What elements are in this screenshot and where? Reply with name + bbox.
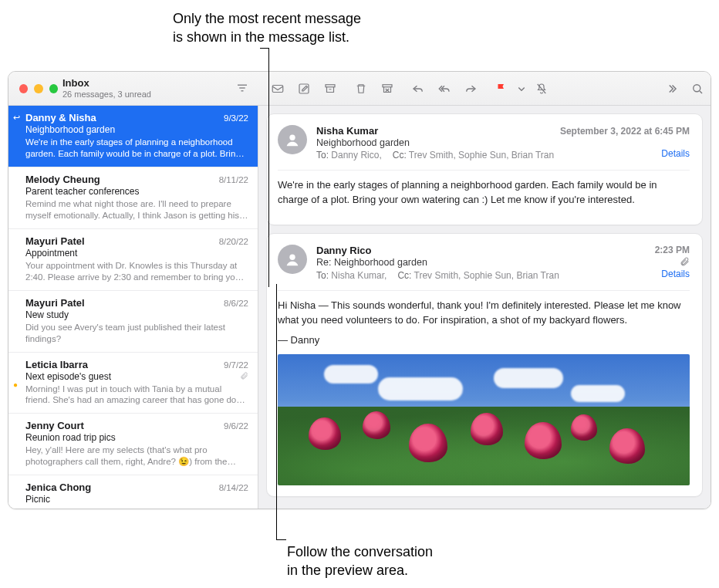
timestamp: 2:23 PM <box>655 245 690 255</box>
subject: Neighborhood garden <box>316 137 690 148</box>
from: Mayuri Patel <box>25 297 224 309</box>
date: 8/6/22 <box>224 299 248 308</box>
timestamp: September 3, 2022 at 6:45 PM <box>560 126 690 137</box>
subject: Re: Neighborhood garden <box>316 257 680 268</box>
reply-all-button[interactable] <box>431 78 457 100</box>
preview-text: We're in the early stages of planning a … <box>25 137 248 160</box>
list-item[interactable]: Mayuri Patel8/20/22AppointmentYour appoi… <box>8 229 258 291</box>
window-controls <box>8 84 58 93</box>
date: 9/6/22 <box>224 421 248 431</box>
subject: Appointment <box>25 248 248 259</box>
attachment-icon <box>680 256 690 269</box>
avatar <box>278 125 307 154</box>
subject: Next episode's guest <box>25 371 248 382</box>
search-button[interactable] <box>684 78 711 100</box>
flag-icon: ● <box>13 380 18 389</box>
preview-text: Did you see Avery's team just published … <box>25 322 248 345</box>
close-window-button[interactable] <box>19 84 28 93</box>
date: 9/7/22 <box>224 360 248 370</box>
archive-button[interactable] <box>317 78 343 100</box>
callout-top: Only the most recent message is shown in… <box>173 9 361 47</box>
minimize-window-button[interactable] <box>34 84 42 93</box>
preview-text: Remind me what night those are. I'll nee… <box>25 198 248 221</box>
filter-button[interactable] <box>232 78 252 98</box>
svg-rect-3 <box>272 85 283 92</box>
toolbar <box>258 78 711 100</box>
from: Leticia Ibarra <box>25 359 224 370</box>
list-item[interactable]: Melody Cheung8/11/22Parent teacher confe… <box>8 167 258 229</box>
titlebar: Inbox 26 messages, 3 unread <box>8 72 711 106</box>
message-card[interactable]: Danny Rico 2:23 PM Re: Neighborhood gard… <box>266 233 703 498</box>
reply-indicator-icon: ↩ <box>13 113 20 123</box>
date: 8/11/22 <box>219 175 248 184</box>
message-body: Hi Nisha — This sounds wonderful, thank … <box>278 290 690 486</box>
list-item[interactable]: Jenny Court9/6/22Reunion road trip picsH… <box>8 414 258 475</box>
from: Jenny Court <box>25 420 224 431</box>
preview-pane: Nisha Kumar September 3, 2022 at 6:45 PM… <box>258 106 711 509</box>
sender-name: Danny Rico <box>316 245 372 256</box>
recipients: To: Nisha Kumar, Cc: Trev Smith, Sophie … <box>316 270 661 281</box>
preview-text: Let's grab a picnic lunch from that litt… <box>25 506 248 509</box>
mailbox-title: Inbox 26 messages, 3 unread <box>62 78 151 100</box>
flag-button[interactable] <box>488 78 515 100</box>
message-card[interactable]: Nisha Kumar September 3, 2022 at 6:45 PM… <box>266 113 703 225</box>
mail-window: Inbox 26 messages, 3 unread <box>8 71 711 509</box>
from: Mayuri Patel <box>25 235 219 247</box>
from: Jenica Chong <box>25 482 219 493</box>
callout-bottom: Follow the conversation in the preview a… <box>287 542 433 580</box>
details-link[interactable]: Details <box>661 148 690 159</box>
date: 8/14/22 <box>219 483 248 492</box>
subject: Neighborhood garden <box>25 124 248 135</box>
svg-point-9 <box>289 135 295 140</box>
reply-button[interactable] <box>405 78 431 100</box>
callout-leader-line <box>276 284 277 540</box>
compose-button[interactable] <box>291 78 317 100</box>
subject: Parent teacher conferences <box>25 186 248 197</box>
message-body: We're in the early stages of planning a … <box>278 170 690 208</box>
list-item[interactable]: ●Leticia Ibarra9/7/22Next episode's gues… <box>8 353 258 414</box>
date: 9/3/22 <box>224 113 248 123</box>
subject: Reunion road trip pics <box>25 432 248 443</box>
attachment-image[interactable] <box>278 354 690 485</box>
more-toolbar-icon[interactable] <box>658 78 684 100</box>
callout-leader-line <box>268 48 269 287</box>
details-link[interactable]: Details <box>661 269 690 279</box>
sender-name: Nisha Kumar <box>316 125 378 137</box>
forward-button[interactable] <box>457 78 484 100</box>
subject: Picnic <box>25 494 248 505</box>
from: Melody Cheung <box>25 174 219 185</box>
list-item[interactable]: Mayuri Patel8/6/22New studyDid you see A… <box>8 291 258 353</box>
preview-text: Morning! I was put in touch with Tania b… <box>25 384 248 407</box>
preview-text: Hey, y'all! Here are my selects (that's … <box>25 444 248 468</box>
flag-menu-chevron-icon[interactable] <box>515 78 528 100</box>
recipients: To: Danny Rico, Cc: Trev Smith, Sophie S… <box>316 150 661 161</box>
mute-button[interactable] <box>528 78 555 100</box>
avatar <box>278 245 307 274</box>
zoom-window-button[interactable] <box>49 84 58 93</box>
junk-button[interactable] <box>374 78 400 100</box>
preview-text: Your appointment with Dr. Knowles is thi… <box>25 260 248 283</box>
delete-button[interactable] <box>348 78 374 100</box>
from: Danny & Nisha <box>25 112 224 123</box>
svg-rect-6 <box>383 84 392 86</box>
date: 8/20/22 <box>219 237 248 246</box>
list-item[interactable]: Jenica Chong8/14/22PicnicLet's grab a pi… <box>8 475 258 509</box>
svg-rect-5 <box>326 84 335 86</box>
svg-point-8 <box>694 84 700 91</box>
attachment-icon <box>240 371 248 381</box>
list-item[interactable]: ↩Danny & Nisha9/3/22Neighborhood gardenW… <box>8 106 258 167</box>
message-list[interactable]: ↩Danny & Nisha9/3/22Neighborhood gardenW… <box>8 106 258 509</box>
subject: New study <box>25 309 248 320</box>
svg-point-10 <box>289 254 295 259</box>
